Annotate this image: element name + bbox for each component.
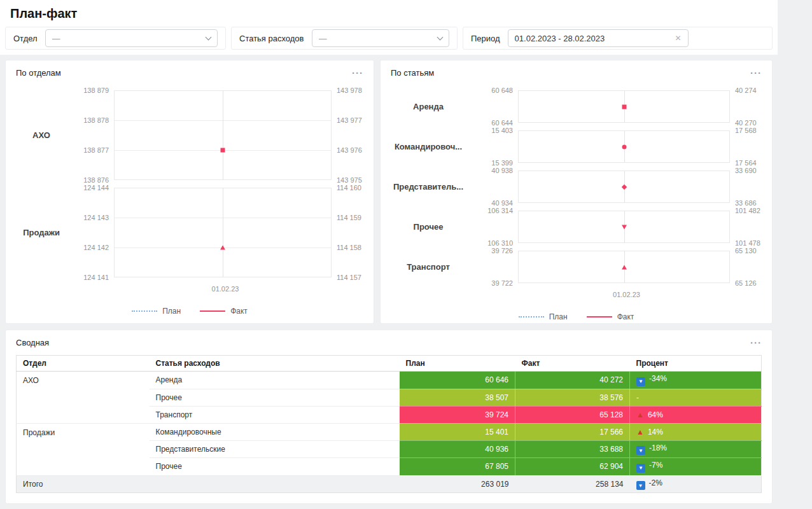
- legend-fact[interactable]: Факт: [587, 312, 634, 321]
- fact-cell: 17 566: [515, 423, 630, 440]
- fact-marker[interactable]: [221, 148, 225, 152]
- column-header-expense-item: Статья расходов: [150, 356, 400, 372]
- left-axis: 106 314106 310: [476, 211, 518, 243]
- filter-period-input[interactable]: 01.02.2023 - 28.02.2023 ✕: [508, 29, 689, 47]
- chart-category-row: Аренда60 64860 64440 27440 270: [381, 90, 767, 123]
- percent-cell: ▼-7%: [630, 458, 762, 476]
- legend-fact[interactable]: Факт: [200, 307, 248, 316]
- y-axis-tick: 39 726: [491, 247, 513, 254]
- plot-area: [518, 251, 730, 283]
- legend-plan[interactable]: План: [519, 312, 568, 321]
- trend-down-icon: ▼: [636, 377, 645, 386]
- fact-marker[interactable]: [220, 245, 225, 249]
- chevron-down-icon: [437, 34, 444, 40]
- filter-expense-item: Статья расходов —: [231, 27, 458, 50]
- filter-department-select[interactable]: —: [45, 29, 218, 47]
- chart-category-row: Транспорт39 72639 72265 13065 126: [381, 251, 767, 283]
- percent-value: 64%: [648, 410, 663, 419]
- more-menu-icon[interactable]: ···: [750, 68, 762, 78]
- fact-marker[interactable]: [622, 104, 626, 109]
- total-row: Итого263 019258 134▼-2%: [17, 475, 762, 493]
- y-axis-tick: 138 878: [83, 116, 109, 124]
- fact-cell: 62 904: [515, 458, 630, 476]
- title-bar: План-факт: [0, 0, 778, 27]
- fact-marker[interactable]: [622, 144, 626, 149]
- chart-legend: План Факт: [6, 307, 374, 316]
- percent-value: -: [636, 393, 639, 402]
- y-axis-tick: 143 976: [337, 146, 362, 154]
- fact-line-icon: [200, 310, 225, 312]
- chart-by-department-card: По отделам ··· АХО138 879138 878138 8771…: [5, 60, 374, 324]
- table-row: ПродажиКомандировочные15 40117 566▲14%: [17, 423, 762, 440]
- card-header: Сводная ···: [16, 338, 762, 347]
- percent-cell: ▼-34%: [630, 372, 762, 389]
- y-axis-tick: 106 314: [487, 207, 513, 214]
- right-axis: 101 482101 478: [730, 211, 767, 243]
- dashboard-page: План-факт Отдел — Статья расходов — Пери…: [0, 0, 778, 504]
- filter-period-label: Период: [471, 34, 500, 43]
- expense-item-cell: Транспорт: [150, 406, 400, 423]
- category-label: Аренда: [381, 90, 476, 123]
- y-axis-tick: 101 478: [735, 239, 760, 247]
- column-header-department: Отдел: [17, 356, 150, 372]
- plot-area: [518, 130, 730, 163]
- charts-row: По отделам ··· АХО138 879138 878138 8771…: [5, 60, 773, 324]
- page-title: План-факт: [10, 6, 77, 21]
- fact-marker[interactable]: [622, 265, 627, 269]
- plan-cell: 67 805: [400, 458, 515, 476]
- y-axis-tick: 143 975: [337, 176, 362, 184]
- plan-cell: 38 507: [400, 389, 515, 406]
- percent-value: -34%: [649, 374, 667, 383]
- page-header: План-факт Отдел — Статья расходов — Пери…: [0, 0, 778, 55]
- gridline: [223, 91, 223, 179]
- plan-cell: 39 724: [400, 406, 515, 423]
- right-axis: 17 56817 564: [730, 130, 767, 163]
- legend-fact-label: Факт: [230, 307, 248, 316]
- percent-value: -18%: [649, 443, 667, 452]
- chart-title: По отделам: [16, 68, 61, 78]
- column-header-fact: Факт: [515, 356, 630, 372]
- fact-cell: 65 128: [515, 406, 630, 423]
- summary-table: Отдел Статья расходов План Факт Процент …: [16, 355, 762, 493]
- fact-cell: 40 272: [515, 372, 630, 389]
- chart-category-row: АХО138 879138 878138 877138 876143 97814…: [6, 90, 368, 180]
- fact-marker[interactable]: [621, 184, 626, 189]
- y-axis-tick: 138 877: [83, 146, 109, 154]
- column-header-percent: Процент: [630, 356, 762, 372]
- clear-icon[interactable]: ✕: [675, 34, 682, 42]
- trend-down-icon: ▼: [636, 481, 645, 490]
- right-axis: 40 27440 270: [730, 90, 767, 123]
- percent-value: -7%: [649, 461, 662, 470]
- chart-title: По статьям: [391, 68, 434, 78]
- chart-category-row: Продажи124 144124 143124 142124 141114 1…: [6, 188, 368, 277]
- y-axis-tick: 40 274: [735, 87, 757, 94]
- right-axis: 33 69033 686: [730, 171, 767, 203]
- filters-row: Отдел — Статья расходов — Период 01.02.2…: [0, 27, 778, 50]
- filter-period-value: 01.02.2023 - 28.02.2023: [515, 34, 675, 43]
- x-axis: 01.02.23: [6, 285, 374, 293]
- chevron-down-icon: [206, 34, 212, 40]
- table-header-row: Отдел Статья расходов План Факт Процент: [17, 356, 762, 372]
- y-axis-tick: 143 978: [337, 87, 362, 94]
- right-axis: 143 978143 977143 976143 975: [332, 90, 368, 180]
- y-axis-tick: 114 160: [337, 184, 361, 192]
- total-fact-cell: 258 134: [515, 475, 630, 493]
- y-axis-tick: 114 157: [337, 274, 361, 281]
- y-axis-tick: 138 876: [83, 176, 109, 184]
- total-label: Итого: [17, 475, 400, 493]
- legend-plan[interactable]: План: [132, 307, 181, 316]
- category-label: Командировоч...: [381, 130, 476, 163]
- filter-expense-item-select[interactable]: —: [312, 29, 450, 47]
- plan-line-icon: [132, 310, 157, 312]
- y-axis-tick: 39 722: [491, 279, 513, 287]
- fact-marker[interactable]: [622, 225, 627, 229]
- total-percent-cell: ▼-2%: [630, 475, 762, 493]
- x-axis-label: 01.02.23: [114, 285, 337, 293]
- more-menu-icon[interactable]: ···: [352, 68, 363, 78]
- more-menu-icon[interactable]: ···: [750, 338, 762, 347]
- plot-area: [518, 211, 730, 243]
- plan-line-icon: [519, 316, 544, 317]
- y-axis-tick: 33 686: [735, 199, 757, 207]
- x-axis-label: 01.02.23: [518, 291, 735, 298]
- fact-cell: 38 576: [515, 389, 630, 406]
